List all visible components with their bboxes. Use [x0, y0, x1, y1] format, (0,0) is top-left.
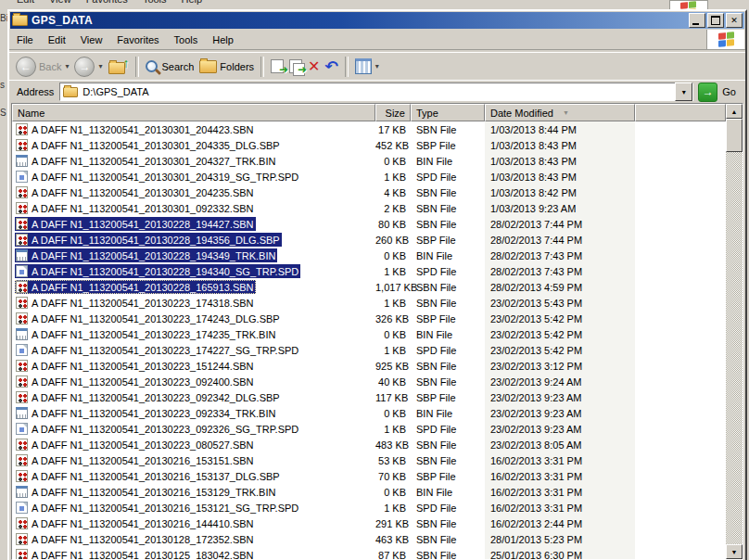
- file-row[interactable]: A DAFF N1_113200541_20130216_144410.SBN …: [12, 515, 726, 531]
- maximize-button[interactable]: [707, 13, 724, 28]
- file-row[interactable]: A DAFF N1_113200541_20130301_092332.SBN …: [12, 200, 726, 216]
- up-button[interactable]: ↑: [106, 57, 132, 77]
- scroll-down-button[interactable]: ▼: [726, 544, 743, 559]
- file-row[interactable]: A DAFF N1_113200541_20130301_204319_SG_T…: [12, 169, 726, 185]
- go-button[interactable]: →: [698, 83, 717, 102]
- file-size: 1 KB: [375, 298, 411, 309]
- file-name-cell: A DAFF N1_113200541_20130228_194349_TRK.…: [12, 248, 375, 262]
- file-name: A DAFF N1_113200541_20130301_092332.SBN: [32, 203, 254, 214]
- file-type: SBN File: [411, 203, 485, 214]
- file-size: 260 KB: [375, 235, 411, 246]
- file-size: 0 KB: [375, 487, 411, 498]
- column-header-type[interactable]: Type: [411, 104, 485, 121]
- file-row[interactable]: A DAFF N1_113200541_20130301_204327_TRK.…: [12, 153, 726, 169]
- file-date-modified: 25/01/2013 6:30 PM: [485, 550, 635, 560]
- file-row[interactable]: A DAFF N1_113200541_20130228_165913.SBN …: [12, 279, 726, 295]
- file-row[interactable]: A DAFF N1_113200541_20130223_092326_SG_T…: [12, 421, 726, 437]
- back-dropdown-icon[interactable]: ▾: [65, 62, 69, 70]
- scroll-up-button[interactable]: ▲: [726, 104, 743, 119]
- file-row[interactable]: A DAFF N1_113200541_20130223_092342_DLG.…: [12, 389, 726, 405]
- file-row[interactable]: A DAFF N1_113200541_20130223_174227_SG_T…: [12, 342, 726, 358]
- file-size: 925 KB: [375, 361, 411, 372]
- file-row[interactable]: A DAFF N1_113200541_20130228_194340_SG_T…: [12, 263, 726, 279]
- file-row[interactable]: A DAFF N1_113200541_20130228_194349_TRK.…: [12, 248, 726, 263]
- address-dropdown-button[interactable]: ▾: [675, 83, 692, 101]
- search-button[interactable]: Search: [143, 58, 197, 74]
- spd-file-icon: [16, 171, 28, 183]
- file-row[interactable]: A DAFF N1_113200541_20130223_151244.SBN …: [12, 358, 726, 374]
- file-size: 0 KB: [375, 329, 411, 340]
- file-size: 0 KB: [375, 250, 411, 261]
- file-row[interactable]: A DAFF N1_113200541_20130228_194356_DLG.…: [12, 232, 726, 248]
- back-label: Back: [39, 61, 61, 72]
- column-header-name[interactable]: Name: [12, 104, 375, 121]
- file-row[interactable]: A DAFF N1_113200541_20130301_204335_DLG.…: [12, 137, 726, 153]
- views-dropdown-icon[interactable]: ▾: [375, 62, 379, 70]
- menu-tools[interactable]: Tools: [167, 32, 206, 48]
- back-button[interactable]: ← Back ▾: [13, 55, 71, 79]
- file-size: 2 KB: [375, 203, 411, 214]
- file-row[interactable]: A DAFF N1_113200541_20130216_153129_TRK.…: [12, 484, 726, 500]
- file-date-modified: 23/02/2013 9:24 AM: [485, 376, 635, 388]
- folders-button[interactable]: Folders: [197, 58, 257, 75]
- file-size: 87 KB: [375, 550, 411, 560]
- sbn-file-icon: [16, 218, 28, 230]
- file-name-cell: A DAFF N1_113200541_20130301_092332.SBN: [12, 201, 375, 215]
- file-size: 4 KB: [375, 187, 411, 198]
- file-row[interactable]: A DAFF N1_113200541_20130223_174318.SBN …: [12, 295, 726, 311]
- folder-icon: [12, 15, 28, 26]
- file-name: A DAFF N1_113200541_20130223_080527.SBN: [32, 439, 254, 451]
- views-button[interactable]: ▾: [352, 57, 382, 76]
- file-date-modified: 23/02/2013 8:05 AM: [485, 439, 635, 451]
- menu-help[interactable]: Help: [205, 32, 241, 48]
- file-row[interactable]: A DAFF N1_113200541_20130223_092334_TRK.…: [12, 405, 726, 421]
- sort-descending-icon: ▼: [563, 109, 569, 116]
- address-input[interactable]: D:\GPS_DATA ▾: [59, 83, 693, 101]
- forward-button[interactable]: → ▾: [71, 55, 105, 79]
- views-icon: [355, 58, 372, 74]
- file-size: 70 KB: [375, 471, 411, 482]
- menu-favorites[interactable]: Favorites: [109, 32, 166, 48]
- file-row[interactable]: A DAFF N1_113200541_20130223_174235_TRK.…: [12, 326, 726, 342]
- title-bar[interactable]: GPS_DATA ✕: [10, 12, 744, 29]
- file-type: BIN File: [411, 156, 485, 167]
- delete-button[interactable]: ✕: [305, 57, 323, 76]
- file-row[interactable]: A DAFF N1_113200541_20130223_080527.SBN …: [12, 437, 726, 452]
- file-row[interactable]: A DAFF N1_113200541_20130216_153151.SBN …: [12, 452, 726, 468]
- file-size: 1 KB: [375, 172, 411, 183]
- move-to-icon: ➜: [271, 59, 284, 73]
- file-type: SBN File: [411, 455, 485, 466]
- file-row[interactable]: A DAFF N1_113200541_20130125_183042.SBN …: [12, 547, 726, 559]
- file-row[interactable]: A DAFF N1_113200541_20130228_194427.SBN …: [12, 216, 726, 232]
- vertical-scrollbar[interactable]: ▲ ▼: [726, 104, 743, 559]
- menu-view[interactable]: View: [73, 32, 110, 48]
- column-header-size[interactable]: Size: [375, 104, 411, 121]
- sbn-file-icon: [16, 139, 28, 151]
- column-header-date-modified[interactable]: Date Modified▼: [485, 104, 635, 121]
- scrollbar-thumb[interactable]: [726, 119, 743, 152]
- file-date-modified: 16/02/2013 3:31 PM: [485, 471, 635, 482]
- copy-to-button[interactable]: ➜: [286, 57, 305, 75]
- file-row[interactable]: A DAFF N1_113200541_20130128_172352.SBN …: [12, 531, 726, 547]
- move-to-button[interactable]: ➜: [268, 57, 286, 75]
- go-arrow-icon: →: [703, 85, 714, 98]
- file-row[interactable]: A DAFF N1_113200541_20130216_153121_SG_T…: [12, 500, 726, 515]
- background-menu-bar: EditViewFavoritesToolsHelp: [9, 0, 209, 5]
- minimize-button[interactable]: [689, 13, 705, 28]
- menu-file[interactable]: File: [9, 32, 41, 48]
- close-button[interactable]: ✕: [726, 13, 743, 28]
- undo-button[interactable]: ↶: [323, 57, 340, 76]
- file-row[interactable]: A DAFF N1_113200541_20130301_204423.SBN …: [12, 121, 726, 137]
- menu-edit[interactable]: Edit: [41, 32, 73, 48]
- sbn-file-icon: [16, 360, 28, 372]
- file-name: A DAFF N1_113200541_20130223_092342_DLG.…: [32, 392, 280, 403]
- sbn-file-icon: [16, 281, 28, 293]
- toolbar-separator: [260, 57, 264, 77]
- file-row[interactable]: A DAFF N1_113200541_20130216_153137_DLG.…: [12, 468, 726, 484]
- forward-dropdown-icon[interactable]: ▾: [98, 62, 102, 70]
- file-row[interactable]: A DAFF N1_113200541_20130301_204235.SBN …: [12, 185, 726, 200]
- file-row[interactable]: A DAFF N1_113200541_20130223_174243_DLG.…: [12, 311, 726, 326]
- file-name: A DAFF N1_113200541_20130223_174318.SBN: [32, 298, 254, 309]
- file-type: SBN File: [411, 376, 485, 388]
- file-row[interactable]: A DAFF N1_113200541_20130223_092400.SBN …: [12, 374, 726, 389]
